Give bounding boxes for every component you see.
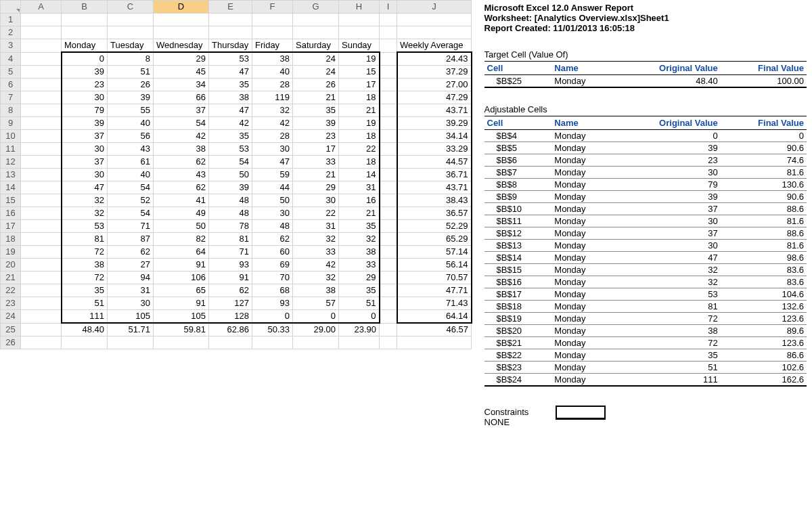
cell[interactable]: [339, 336, 380, 349]
cell[interactable]: 38: [252, 52, 293, 66]
cell[interactable]: 81: [209, 233, 252, 246]
cell[interactable]: Weekly Average: [397, 39, 472, 53]
cell[interactable]: 48: [209, 207, 252, 220]
cell[interactable]: 62: [209, 284, 252, 297]
cell[interactable]: 21: [293, 91, 339, 104]
cell[interactable]: 43.71: [397, 181, 472, 194]
cell[interactable]: 93: [252, 297, 293, 310]
cell[interactable]: 81: [62, 233, 108, 246]
cell[interactable]: 78: [209, 220, 252, 233]
cell[interactable]: 30: [62, 143, 108, 156]
cell[interactable]: [380, 220, 397, 233]
cell[interactable]: 29: [339, 271, 380, 284]
cell[interactable]: [380, 259, 397, 271]
cell[interactable]: 54: [209, 156, 252, 169]
cell[interactable]: 106: [154, 271, 209, 284]
cell[interactable]: [21, 207, 62, 220]
cell[interactable]: [380, 117, 397, 130]
cell[interactable]: 24: [293, 52, 339, 66]
cell[interactable]: 53: [62, 220, 108, 233]
cell[interactable]: 38: [339, 246, 380, 259]
cell[interactable]: 64: [154, 246, 209, 259]
cell[interactable]: 8: [108, 52, 154, 66]
cell[interactable]: 91: [209, 271, 252, 284]
cell[interactable]: [21, 284, 62, 297]
cell[interactable]: 30: [252, 143, 293, 156]
cell[interactable]: [21, 233, 62, 246]
row-header-16[interactable]: 16: [1, 207, 21, 220]
cell[interactable]: 31: [339, 181, 380, 194]
cell[interactable]: 47: [252, 156, 293, 169]
col-header-D[interactable]: D: [154, 1, 209, 14]
row-header-3[interactable]: 3: [1, 39, 21, 53]
cell[interactable]: 65.29: [397, 233, 472, 246]
cell[interactable]: [339, 26, 380, 39]
cell[interactable]: 64.14: [397, 310, 472, 324]
cell[interactable]: 35: [339, 284, 380, 297]
col-header-C[interactable]: C: [108, 1, 154, 14]
cell[interactable]: 17: [293, 143, 339, 156]
cell[interactable]: [380, 143, 397, 156]
cell[interactable]: [21, 246, 62, 259]
cell[interactable]: [21, 104, 62, 117]
cell[interactable]: [108, 26, 154, 39]
cell[interactable]: [397, 14, 472, 26]
spreadsheet-body[interactable]: 123MondayTuesdayWednesdayThursdayFridayS…: [1, 14, 472, 349]
cell[interactable]: 51: [339, 297, 380, 310]
cell[interactable]: [339, 14, 380, 26]
cell[interactable]: [380, 271, 397, 284]
cell[interactable]: 30: [293, 194, 339, 207]
cell[interactable]: 34: [154, 79, 209, 91]
cell[interactable]: 43: [108, 143, 154, 156]
cell[interactable]: Monday: [62, 39, 108, 53]
cell[interactable]: 48: [252, 220, 293, 233]
cell[interactable]: [252, 14, 293, 26]
cell[interactable]: 0: [62, 52, 108, 66]
row-header-19[interactable]: 19: [1, 246, 21, 259]
row-header-15[interactable]: 15: [1, 194, 21, 207]
cell[interactable]: 0: [293, 310, 339, 324]
cell[interactable]: 38: [209, 91, 252, 104]
cell[interactable]: 39: [293, 117, 339, 130]
row-header-14[interactable]: 14: [1, 181, 21, 194]
cell[interactable]: 22: [339, 143, 380, 156]
cell[interactable]: 14: [339, 169, 380, 181]
cell[interactable]: 71: [209, 246, 252, 259]
col-header-H[interactable]: H: [339, 1, 380, 14]
row-header-11[interactable]: 11: [1, 143, 21, 156]
cell[interactable]: [21, 336, 62, 349]
cell[interactable]: [380, 169, 397, 181]
cell[interactable]: Tuesday: [108, 39, 154, 53]
cell[interactable]: 70.57: [397, 271, 472, 284]
cell[interactable]: 27: [108, 259, 154, 271]
cell[interactable]: 28: [252, 79, 293, 91]
cell[interactable]: 51: [108, 66, 154, 79]
cell[interactable]: 37: [154, 104, 209, 117]
row-header-1[interactable]: 1: [1, 14, 21, 26]
cell[interactable]: 65: [154, 284, 209, 297]
cell[interactable]: 23: [293, 130, 339, 143]
cell[interactable]: 18: [339, 130, 380, 143]
cell[interactable]: 47.71: [397, 284, 472, 297]
cell[interactable]: 40: [108, 117, 154, 130]
cell[interactable]: [380, 26, 397, 39]
cell[interactable]: 47.29: [397, 91, 472, 104]
cell[interactable]: 40: [108, 169, 154, 181]
row-header-23[interactable]: 23: [1, 297, 21, 310]
cell[interactable]: [380, 66, 397, 79]
cell[interactable]: 35: [293, 104, 339, 117]
row-header-17[interactable]: 17: [1, 220, 21, 233]
row-header-18[interactable]: 18: [1, 233, 21, 246]
cell[interactable]: 33: [293, 156, 339, 169]
row-header-24[interactable]: 24: [1, 310, 21, 324]
row-header-5[interactable]: 5: [1, 66, 21, 79]
cell[interactable]: 43.71: [397, 104, 472, 117]
cell[interactable]: 43: [154, 169, 209, 181]
cell[interactable]: 23.90: [339, 323, 380, 336]
cell[interactable]: 15: [339, 66, 380, 79]
cell[interactable]: 62: [252, 233, 293, 246]
cell[interactable]: 37: [62, 130, 108, 143]
cell[interactable]: 35: [209, 79, 252, 91]
cell[interactable]: [380, 194, 397, 207]
cell[interactable]: 54: [108, 181, 154, 194]
